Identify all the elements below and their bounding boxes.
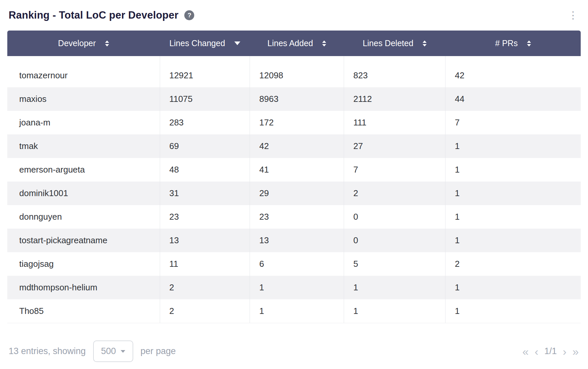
value-cell: 12921 (160, 64, 250, 87)
page-size-select[interactable]: 500 (93, 340, 133, 362)
value-cell: 172 (250, 111, 344, 134)
value-cell: 42 (250, 134, 344, 158)
kebab-menu-icon[interactable]: ⋮ (567, 10, 579, 20)
value-cell: 1 (445, 158, 581, 182)
table-row: dominik1001312921 (7, 182, 581, 205)
sort-both-icon (322, 40, 326, 46)
column-label: Lines Changed (169, 38, 225, 48)
first-page-button[interactable]: « (522, 346, 529, 357)
spacer-cell (344, 56, 445, 64)
table-row: tostart-pickagreatname131301 (7, 229, 581, 252)
column-label: Developer (58, 38, 96, 48)
value-cell: 1 (445, 182, 581, 205)
spacer-cell (445, 56, 581, 64)
value-cell: 2 (160, 299, 250, 323)
spacer-cell (160, 56, 250, 64)
next-page-button[interactable]: › (563, 346, 566, 357)
value-cell: 1 (250, 299, 344, 323)
table-row: maxios110758963211244 (7, 87, 581, 111)
table-row: Tho852111 (7, 299, 581, 323)
value-cell: 1 (445, 134, 581, 158)
developer-cell: joana-m (7, 111, 160, 134)
developer-cell: tomazernour (7, 64, 160, 87)
table-row: joana-m2831721117 (7, 111, 581, 134)
table-row: tomazernour129211209882342 (7, 64, 581, 87)
sort-desc-icon (234, 41, 240, 45)
developer-cell: mdthompson-helium (7, 276, 160, 299)
value-cell: 1 (250, 276, 344, 299)
table-row: donnguyen232301 (7, 205, 581, 229)
widget-header: Ranking - Total LoC per Developer ? ⋮ (9, 9, 579, 21)
column-header-developer[interactable]: Developer (7, 31, 160, 56)
value-cell: 42 (445, 64, 581, 87)
value-cell: 283 (160, 111, 250, 134)
page-title: Ranking - Total LoC per Developer (9, 9, 178, 21)
column-header-prs[interactable]: # PRs (445, 31, 581, 56)
page-indicator: 1/1 (544, 346, 557, 356)
per-page-text: per page (141, 346, 176, 356)
spacer-cell (7, 56, 160, 64)
value-cell: 7 (344, 158, 445, 182)
value-cell: 1 (344, 299, 445, 323)
table-row: mdthompson-helium2111 (7, 276, 581, 299)
value-cell: 0 (344, 205, 445, 229)
value-cell: 29 (250, 182, 344, 205)
developer-cell: donnguyen (7, 205, 160, 229)
column-header-lines-changed[interactable]: Lines Changed (160, 31, 250, 56)
value-cell: 8963 (250, 87, 344, 111)
column-label: Lines Deleted (363, 38, 413, 48)
sort-both-icon (527, 40, 531, 46)
developer-cell: tmak (7, 134, 160, 158)
developer-cell: tostart-pickagreatname (7, 229, 160, 252)
column-label: Lines Added (267, 38, 313, 48)
header-row: DeveloperLines ChangedLines AddedLines D… (7, 31, 581, 56)
value-cell: 13 (160, 229, 250, 252)
value-cell: 2 (445, 252, 581, 276)
value-cell: 23 (250, 205, 344, 229)
table-header: DeveloperLines ChangedLines AddedLines D… (7, 31, 581, 56)
table-row: emerson-argueta484171 (7, 158, 581, 182)
value-cell: 111 (344, 111, 445, 134)
last-page-button[interactable]: » (572, 346, 579, 357)
value-cell: 2 (344, 182, 445, 205)
value-cell: 6 (250, 252, 344, 276)
value-cell: 11075 (160, 87, 250, 111)
ranking-table-container: DeveloperLines ChangedLines AddedLines D… (7, 31, 581, 323)
caret-down-icon (121, 350, 125, 353)
table-footer: 13 entries, showing 500 per page « ‹ 1/1… (7, 340, 581, 362)
value-cell: 1 (445, 276, 581, 299)
sort-both-icon (105, 40, 109, 46)
value-cell: 27 (344, 134, 445, 158)
developer-cell: emerson-argueta (7, 158, 160, 182)
value-cell: 13 (250, 229, 344, 252)
table-body: tomazernour129211209882342maxios11075896… (7, 56, 581, 323)
value-cell: 2 (160, 276, 250, 299)
help-icon[interactable]: ? (184, 10, 194, 20)
developer-cell: Tho85 (7, 299, 160, 323)
value-cell: 1 (344, 276, 445, 299)
prev-page-button[interactable]: ‹ (535, 346, 538, 357)
sort-both-icon (423, 40, 427, 46)
value-cell: 7 (445, 111, 581, 134)
pagination: « ‹ 1/1 › » (522, 346, 579, 357)
value-cell: 823 (344, 64, 445, 87)
ranking-widget: Ranking - Total LoC per Developer ? ⋮ De… (0, 0, 588, 369)
page-size-value: 500 (101, 346, 116, 356)
spacer-cell (250, 56, 344, 64)
ranking-table: DeveloperLines ChangedLines AddedLines D… (7, 31, 581, 323)
value-cell: 48 (160, 158, 250, 182)
column-header-lines-added[interactable]: Lines Added (250, 31, 344, 56)
footer-left: 13 entries, showing 500 per page (9, 340, 176, 362)
value-cell: 12098 (250, 64, 344, 87)
developer-cell: tiagojsag (7, 252, 160, 276)
value-cell: 11 (160, 252, 250, 276)
column-header-lines-deleted[interactable]: Lines Deleted (344, 31, 445, 56)
spacer-row (7, 56, 581, 64)
value-cell: 44 (445, 87, 581, 111)
value-cell: 23 (160, 205, 250, 229)
value-cell: 31 (160, 182, 250, 205)
value-cell: 1 (445, 229, 581, 252)
developer-cell: maxios (7, 87, 160, 111)
value-cell: 2112 (344, 87, 445, 111)
value-cell: 69 (160, 134, 250, 158)
